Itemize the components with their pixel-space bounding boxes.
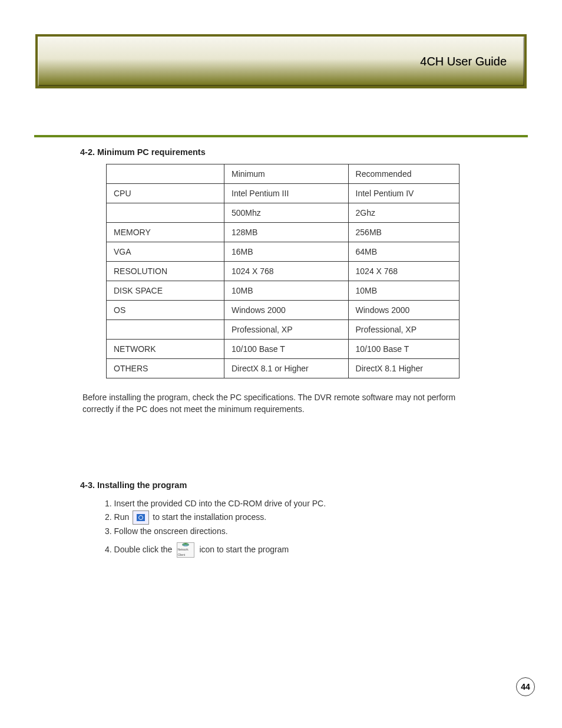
header-title: 4CH User Guide	[420, 55, 507, 68]
table-cell: 1024 X 768	[348, 262, 459, 281]
table-cell: DISK SPACE	[107, 281, 224, 301]
table-cell: Intel Pentium III	[224, 184, 349, 203]
page-number: 44	[516, 677, 535, 696]
table-cell	[107, 320, 224, 340]
table-row: MEMORY128MB256MB	[107, 223, 459, 242]
step-2-text-a: 2. Run	[105, 510, 129, 525]
table-cell: NETWORK	[107, 340, 224, 359]
step-4-text-a: 4. Double click the	[105, 543, 172, 557]
table-cell: Intel Pentium IV	[348, 184, 459, 203]
table-cell: 10MB	[224, 281, 349, 301]
network-client-icon-label: Network Client	[177, 547, 194, 557]
table-cell: VGA	[107, 242, 224, 262]
table-cell: Windows 2000	[348, 301, 459, 320]
page-content: 4-2. Minimum PC requirements MinimumReco…	[82, 147, 495, 558]
table-row: Professional, XPProfessional, XP	[107, 320, 459, 340]
section-42-note: Before installing the program, check the…	[82, 391, 483, 416]
table-row: CPUIntel Pentium IIIIntel Pentium IV	[107, 184, 459, 203]
table-row: DISK SPACE10MB10MB	[107, 281, 459, 301]
table-cell: MEMORY	[107, 223, 224, 242]
installer-exe-icon	[133, 510, 149, 525]
table-cell: CPU	[107, 184, 224, 203]
step-2: 2. Run to start the installation process…	[105, 510, 495, 525]
table-row: OSWindows 2000Windows 2000	[107, 301, 459, 320]
step-1: 1. Insert the provided CD into the CD-RO…	[105, 497, 495, 511]
install-steps: 1. Insert the provided CD into the CD-RO…	[105, 497, 495, 558]
table-cell	[107, 203, 224, 223]
step-2-text-b: to start the installation process.	[153, 510, 266, 525]
table-row: 500Mhz2Ghz	[107, 203, 459, 223]
table-cell: Professional, XP	[348, 320, 459, 340]
table-cell: 10/100 Base T	[224, 340, 349, 359]
table-cell: Professional, XP	[224, 320, 349, 340]
table-cell: 500Mhz	[224, 203, 349, 223]
table-row: MinimumRecommended	[107, 164, 459, 184]
table-cell: 256MB	[348, 223, 459, 242]
table-cell: Windows 2000	[224, 301, 349, 320]
requirements-table: MinimumRecommended CPUIntel Pentium IIII…	[106, 164, 459, 378]
table-cell: 1024 X 768	[224, 262, 349, 281]
table-cell	[107, 164, 224, 184]
table-cell: OTHERS	[107, 359, 224, 378]
table-cell: 2Ghz	[348, 203, 459, 223]
table-cell: DirectX 8.1 or Higher	[224, 359, 349, 378]
table-cell: 10MB	[348, 281, 459, 301]
table-cell: OS	[107, 301, 224, 320]
table-cell: Minimum	[224, 164, 349, 184]
section-42-heading: 4-2. Minimum PC requirements	[80, 147, 495, 157]
table-cell: 128MB	[224, 223, 349, 242]
table-row: OTHERSDirectX 8.1 or HigherDirectX 8.1 H…	[107, 359, 459, 378]
section-43-heading: 4-3. Installing the program	[80, 480, 495, 490]
section-43: 4-3. Installing the program 1. Insert th…	[82, 480, 495, 558]
table-cell: 10/100 Base T	[348, 340, 459, 359]
table-cell: RESOLUTION	[107, 262, 224, 281]
step-4: 4. Double click the Network Client icon …	[105, 542, 495, 558]
table-row: RESOLUTION1024 X 7681024 X 768	[107, 262, 459, 281]
table-row: NETWORK10/100 Base T10/100 Base T	[107, 340, 459, 359]
network-client-icon: Network Client	[177, 542, 194, 558]
table-cell: 16MB	[224, 242, 349, 262]
step-3: 3. Follow the onscreen directions.	[105, 525, 495, 539]
table-cell: DirectX 8.1 Higher	[348, 359, 459, 378]
header-banner: 4CH User Guide	[35, 34, 527, 88]
table-row: VGA16MB64MB	[107, 242, 459, 262]
table-cell: 64MB	[348, 242, 459, 262]
table-cell: Recommended	[348, 164, 459, 184]
header-rule	[34, 135, 528, 137]
step-4-text-b: icon to start the program	[199, 543, 289, 557]
